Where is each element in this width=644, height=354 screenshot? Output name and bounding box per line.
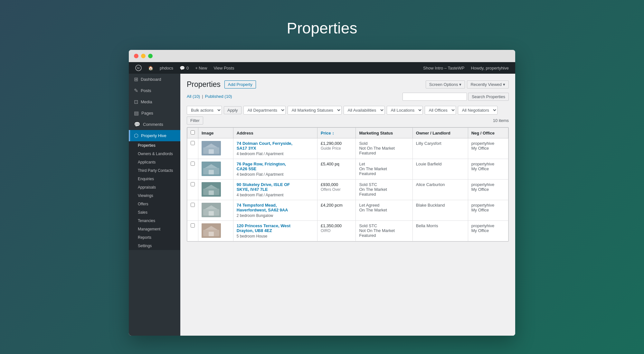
browser-window: W 🏠 phdocs 💬 0 + New View Posts Show Int… [129,50,515,336]
sidebar-sub-item-management[interactable]: Management [129,225,180,233]
row-checkbox[interactable] [191,141,195,145]
sidebar-item-comments[interactable]: 💬 Comments [129,119,180,130]
row-owner-cell: Alice Carburton [412,180,468,200]
admin-bar-site-name[interactable]: phdocs [156,62,176,74]
add-property-button[interactable]: Add Property [224,80,256,88]
admin-bar-howdy[interactable]: Howdy, propertyhive [468,62,512,74]
negotiators-select[interactable]: All Negotiators [458,106,497,115]
offices-select[interactable]: All Offices [425,106,456,115]
bulk-actions-select[interactable]: Bulk actions [187,106,222,115]
property-hive-icon: ⬡ [134,133,138,139]
filter-button[interactable]: Filter [187,116,203,125]
chevron-down-icon-2: ▾ [503,82,505,87]
locations-select[interactable]: All Locations [387,106,423,115]
sidebar-sub-item-appraisals[interactable]: Appraisals [129,183,180,191]
row-image-cell [198,180,233,200]
select-all-column [187,128,198,138]
row-address-cell: 90 Stukeley Drive, ISLE OFSKYE, IV47 7LE… [233,180,317,200]
sidebar-item-media[interactable]: ⊡ Media [129,96,180,107]
sidebar-sub-item-third-party-contacts[interactable]: Third Party Contacts [129,166,180,175]
row-checkbox-cell [187,138,198,159]
office-name: My Office [471,228,489,233]
chevron-down-icon: ▾ [459,82,461,87]
recently-viewed-button[interactable]: Recently Viewed ▾ [467,80,509,88]
media-icon: ⊡ [134,99,138,105]
admin-bar-new[interactable]: + New [192,62,210,74]
search-properties-button[interactable]: Search Properties [468,93,509,101]
property-address-link[interactable]: 76 Page Row, Frizington,CA26 5SE [237,162,314,171]
screen-options-button[interactable]: Screen Options ▾ [426,80,465,88]
row-checkbox-cell [187,180,198,200]
window-close-button[interactable] [134,54,138,58]
marketing-status-2: Not On The Market [359,146,394,151]
row-marketing-status-cell: Let On The Market Featured [356,159,412,180]
row-price-cell: £4,200 pcm [317,200,355,221]
wp-logo-item[interactable]: W [132,62,145,74]
select-all-checkbox[interactable] [191,130,195,135]
marketing-status-1: Let [359,162,365,166]
marketing-status-3: Featured [359,192,376,197]
sidebar-sub-item-owners-landlords[interactable]: Owners & Landlords [129,150,180,158]
row-checkbox[interactable] [191,203,195,207]
marketing-statuses-select[interactable]: All Marketing Statuses [288,106,342,115]
admin-bar-view-posts[interactable]: View Posts [210,62,237,74]
marketing-status-3: Featured [359,151,376,155]
sidebar-sub-item-reports[interactable]: Reports [129,233,180,242]
sidebar-sub-item-offers[interactable]: Offers [129,200,180,208]
sidebar-sub-item-properties[interactable]: Properties [129,141,180,150]
property-address-link[interactable]: 90 Stukeley Drive, ISLE OFSKYE, IV47 7LE [237,182,314,192]
sidebar-item-posts[interactable]: ✎ Posts [129,85,180,96]
price-main: £4,200 pcm [321,203,343,208]
row-neg-office-cell: propertyhive My Office [468,221,508,241]
table-row: 90 Stukeley Drive, ISLE OFSKYE, IV47 7LE… [187,180,508,200]
marketing-status-2: On The Market [359,166,387,171]
filter-row: Bulk actions Apply All Departments All M… [187,106,509,125]
owner-name: Lilly Carysfort [416,141,441,146]
admin-bar-comments[interactable]: 💬 0 [176,62,192,74]
sidebar-sub-item-applicants[interactable]: Applicants [129,158,180,166]
page-header: Properties Add Property Screen Options ▾… [187,80,509,89]
sidebar-item-pages[interactable]: ▤ Pages [129,107,180,119]
sidebar-sub-item-sales[interactable]: Sales [129,208,180,217]
window-minimize-button[interactable] [141,54,146,58]
sidebar-item-property-hive[interactable]: ⬡ Property Hive [129,130,180,141]
page-header-right: Screen Options ▾ Recently Viewed ▾ [426,80,509,88]
row-checkbox[interactable] [191,223,195,228]
sidebar-item-dashboard[interactable]: ⊞ Dashboard [129,74,180,85]
property-address-link[interactable]: 120 Princess Terrace, WestDrayton, UB8 4… [237,223,314,233]
row-marketing-status-cell: Sold Not On The Market Featured [356,138,412,159]
sidebar-sub-item-settings[interactable]: Settings [129,242,180,250]
admin-bar-home-icon[interactable]: 🏠 [145,62,156,74]
neg-office-column-header: Neg / Office [468,128,508,138]
row-neg-office-cell: propertyhive My Office [468,180,508,200]
property-address-link[interactable]: 74 Dolman Court, Ferryside,SA17 3YX [237,141,314,151]
apply-button[interactable]: Apply [224,106,242,114]
window-maximize-button[interactable] [148,54,153,58]
negotiator-name: propertyhive [471,203,495,208]
sidebar-sub-item-enquiries[interactable]: Enquiries [129,175,180,183]
office-name: My Office [471,146,489,151]
sidebar-sub-item-viewings[interactable]: Viewings [129,191,180,200]
availabilities-select[interactable]: All Availabilities [344,106,385,115]
property-type: 4 bedroom Flat / Apartment [237,193,283,197]
search-input[interactable] [402,93,467,101]
property-address-link[interactable]: 74 Tempsford Mead,Haverfordwest, SA62 9A… [237,203,314,212]
property-image [202,182,221,197]
marketing-status-2: On The Market [359,187,387,192]
all-link[interactable]: All (10) [187,94,200,99]
row-image-cell [198,159,233,180]
svg-rect-21 [209,232,214,236]
row-address-cell: 120 Princess Terrace, WestDrayton, UB8 4… [233,221,317,241]
admin-bar-show-intro[interactable]: Show Intro – TasteWP [420,62,468,74]
office-name: My Office [471,208,489,212]
price-main: £930,000 [321,182,338,187]
sidebar-sub-item-tenancies[interactable]: Tenancies [129,217,180,225]
row-checkbox[interactable] [191,162,195,166]
admin-content: ⊞ Dashboard ✎ Posts ⊡ Media ▤ Pages 💬 [129,74,515,336]
row-checkbox[interactable] [191,182,195,186]
property-image [202,141,221,155]
departments-select[interactable]: All Departments [243,106,286,115]
published-link[interactable]: Published (10) [205,94,232,99]
price-column-header[interactable]: Price ↕ [317,128,355,138]
price-main: £1,290,000 [321,141,342,146]
